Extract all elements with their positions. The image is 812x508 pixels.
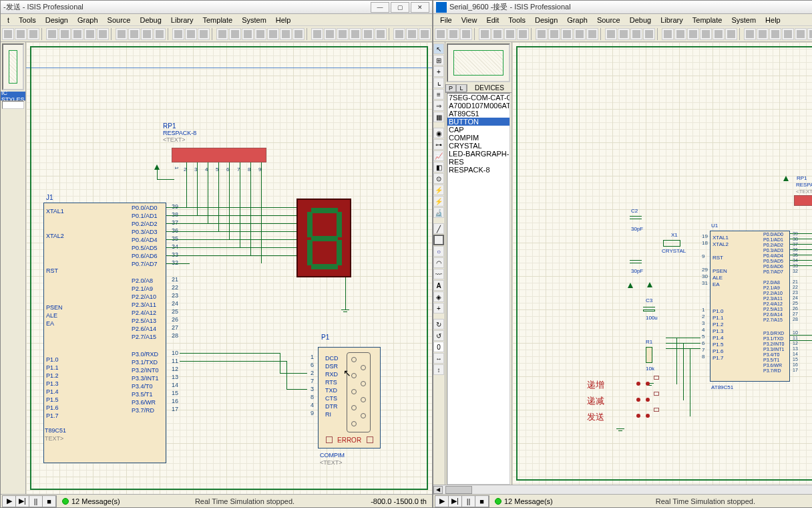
device-item[interactable]: BUTTON [447,118,510,126]
menu-debug[interactable]: Debug [626,15,655,25]
menu-tools[interactable]: Tools [504,15,530,25]
tool-subcircuit[interactable]: ▦ [433,112,444,122]
rp1-body-r[interactable] [794,195,812,206]
menu-system[interactable]: System [727,15,760,25]
menu-library[interactable]: Library [656,15,687,25]
menu-tools[interactable]: Tools [15,15,40,25]
tb-btn[interactable] [116,28,128,40]
tb-btn[interactable] [406,28,418,40]
menu-graph[interactable]: Graph [563,15,592,25]
menu-design[interactable]: Design [41,15,72,25]
tb-btn[interactable] [154,28,166,40]
tb-btn[interactable] [643,28,655,40]
device-item[interactable]: COMPIM [447,134,510,142]
device-item[interactable]: RES [447,158,510,166]
tool-junction[interactable]: + [433,66,444,77]
tb-btn[interactable] [687,28,699,40]
tb-btn[interactable] [662,28,674,40]
menu-system[interactable]: System [238,15,270,25]
tool-text[interactable] [433,280,444,291]
rp1-body[interactable] [172,148,266,162]
push-button[interactable] [636,413,650,418]
tb-btn[interactable] [713,28,725,40]
menu-view[interactable]: View [457,15,481,25]
device-item[interactable]: AT89C51 [447,110,510,118]
scrollbar-h-right[interactable]: ◀ ▶ [433,485,812,494]
sim-play-button[interactable]: ▶ [3,496,16,507]
tb-btn[interactable] [393,28,405,40]
tool-bus[interactable]: ⇒ [433,100,444,111]
tb-btn[interactable] [674,28,686,40]
maximize-button-left[interactable]: ▢ [391,2,409,13]
tb-btn[interactable] [574,28,586,40]
tool-generator[interactable]: ⊙ [433,173,444,184]
tb-btn[interactable] [280,28,292,40]
tb-btn[interactable] [71,28,83,40]
tb-btn[interactable] [292,28,304,40]
titlebar-right[interactable]: Serial_9600 -接受 - ISIS Professional — ▢ [433,1,812,14]
menu-graph[interactable]: Graph [73,15,102,25]
tool-line[interactable] [433,223,444,234]
tb-btn[interactable] [198,28,210,40]
tb-btn[interactable] [185,28,197,40]
scroll-left-button[interactable]: ◀ [433,486,443,494]
tool-symbol[interactable]: ◈ [433,291,444,302]
tb-btn[interactable] [447,28,459,40]
tool-mirror-h[interactable]: ↔ [433,353,444,364]
menu-source[interactable]: Source [593,15,624,25]
tool-probe-i[interactable]: ⚡ [433,196,444,207]
titlebar-left[interactable]: -发送 - ISIS Professional — ▢ ✕ [1,1,432,14]
tb-btn[interactable] [141,28,153,40]
message-count[interactable]: 12 Message(s) [504,497,553,505]
tb-btn[interactable] [172,28,184,40]
device-item[interactable]: RESPACK-8 [447,166,510,174]
device-item[interactable]: LED-BARGRAPH-GRN [447,150,510,158]
menu-design[interactable]: Design [531,15,562,25]
sim-play-button[interactable]: ▶ [435,496,449,507]
menu-help[interactable]: Help [272,15,295,25]
tb-btn[interactable] [769,28,781,40]
pick-parts-button[interactable]: P [445,84,456,92]
tb-btn[interactable] [128,28,140,40]
push-button[interactable] [636,397,650,402]
device-item[interactable]: 7SEG-COM-CAT-GRN [447,94,510,102]
canvas-left[interactable]: RP1 RESPACK-8 <TEXT> 1 2 3 4 5 6 7 8 9 J… [26,42,432,494]
tb-btn[interactable] [254,28,266,40]
device-item[interactable]: CRYSTAL [447,142,510,150]
tb-btn[interactable] [267,28,279,40]
tool-rotate-cw[interactable]: ↻ [433,319,444,330]
tb-btn[interactable] [337,28,349,40]
menu-help[interactable]: Help [761,15,785,25]
tool-graph[interactable]: 📈 [433,150,444,161]
tb-btn[interactable] [349,28,361,40]
menu-template[interactable]: Template [198,15,236,25]
tool-box[interactable] [433,235,444,245]
tb-btn[interactable] [84,28,96,40]
tb-btn[interactable] [216,28,228,40]
tool-arc[interactable]: ◠ [433,257,444,268]
tb-btn[interactable] [59,28,71,40]
push-button[interactable] [636,381,650,386]
tool-marker[interactable]: + [433,303,444,313]
tool-rotate-ccw[interactable]: ↺ [433,330,444,341]
canvas-right[interactable]: C2 30pF X1 CRYSTAL 30pF C3 100u R1 10k [512,42,812,485]
tb-btn[interactable] [27,28,39,40]
tb-btn[interactable] [807,28,812,40]
sim-step-button[interactable]: ▶| [16,496,29,507]
tb-btn[interactable] [618,28,630,40]
minimize-button-left[interactable]: — [371,2,389,13]
styles-list[interactable] [2,101,24,109]
tb-btn[interactable] [586,28,598,40]
sim-stop-button[interactable]: ■ [43,496,56,507]
tb-btn[interactable] [229,28,241,40]
scroll-thumb[interactable] [445,486,472,494]
tb-btn[interactable] [460,28,472,40]
seven-seg-left[interactable] [296,199,351,277]
tb-btn[interactable] [435,28,447,40]
menu-edit[interactable]: Edit [482,15,503,25]
tb-btn[interactable] [324,28,336,40]
tb-btn[interactable] [242,28,254,40]
tool-component[interactable]: ⊞ [433,55,444,66]
menu-source[interactable]: Source [104,15,135,25]
tool-tape[interactable]: ◧ [433,162,444,172]
